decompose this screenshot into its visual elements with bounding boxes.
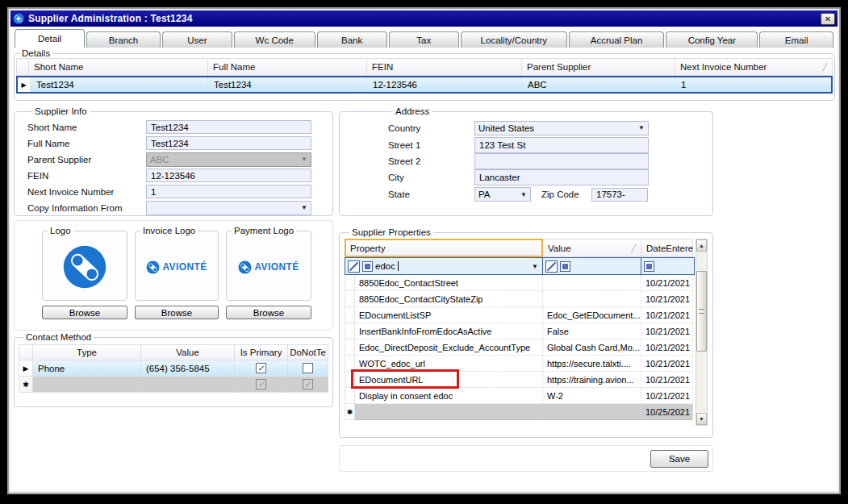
cell-value[interactable]: False: [543, 323, 641, 339]
cell-property[interactable]: EDocumentListSP: [355, 307, 543, 323]
cell-property[interactable]: Display in consent edoc: [355, 388, 543, 404]
cell-date-entered-new[interactable]: 10/25/2021: [641, 404, 693, 420]
zip-code-field[interactable]: 17573-: [591, 188, 648, 202]
properties-col-property[interactable]: Property: [345, 239, 543, 257]
cell-property[interactable]: 8850Edoc_ContactCityStateZip: [355, 291, 543, 307]
tab-branch[interactable]: Branch: [86, 31, 161, 48]
save-button[interactable]: Save: [650, 450, 708, 468]
cell-short-name[interactable]: Test1234: [31, 77, 208, 92]
city-field[interactable]: Lancaster: [474, 169, 649, 185]
do-not-text-checkbox[interactable]: [303, 363, 313, 373]
cell-value[interactable]: W-2: [543, 388, 641, 404]
property-row-edocumenturl[interactable]: EDocumentURL https://training.avion... 1…: [345, 372, 695, 388]
cell-contact-type[interactable]: Phone: [33, 360, 141, 377]
scroll-down-button[interactable]: ▼: [696, 413, 707, 425]
contact-col-value[interactable]: Value: [141, 344, 235, 360]
cell-contact-value[interactable]: (654) 356-5845: [141, 360, 235, 377]
state-dropdown[interactable]: PA▼: [474, 187, 531, 202]
tab-config-year[interactable]: Config Year: [666, 31, 758, 48]
properties-col-value[interactable]: Value╱: [543, 239, 641, 257]
street1-field[interactable]: 123 Test St: [474, 137, 649, 153]
scrollbar-thumb[interactable]: [696, 271, 707, 352]
browse-invoice-logo-button[interactable]: Browse: [135, 306, 219, 319]
cell-date-entered[interactable]: 10/21/2021: [641, 356, 693, 372]
cell-date-entered[interactable]: 10/21/2021: [641, 372, 693, 388]
cell-next-invoice-number[interactable]: 1: [675, 77, 831, 92]
browse-logo-button[interactable]: Browse: [42, 306, 127, 319]
property-row[interactable]: 8850Edoc_ContactCityStateZip 10/21/2021: [345, 291, 695, 307]
cell-date-entered[interactable]: 10/21/2021: [641, 275, 693, 291]
do-not-text-checkbox-new[interactable]: ✓: [303, 379, 313, 389]
details-col-fein[interactable]: FEIN: [367, 58, 522, 76]
tab-locality-country[interactable]: Locality/Country: [461, 31, 567, 48]
cell-property[interactable]: InsertBankInfoFromEdocAsActive: [355, 323, 543, 339]
value-filter-cell[interactable]: [543, 258, 641, 274]
cell-full-name[interactable]: Test1234: [208, 77, 367, 92]
cell-contact-value-new[interactable]: [141, 377, 235, 393]
tab-accrual-plan[interactable]: Accrual Plan: [569, 31, 665, 48]
scroll-up-button[interactable]: ▲: [696, 240, 707, 252]
date-filter-cell[interactable]: [641, 258, 692, 274]
country-dropdown[interactable]: United States▼: [474, 121, 649, 135]
filter-condition-icon[interactable]: [644, 261, 654, 272]
cell-value[interactable]: [543, 275, 641, 291]
tab-detail[interactable]: Detail: [15, 29, 85, 48]
next-invoice-number-field[interactable]: 1: [146, 185, 311, 198]
tab-email[interactable]: Email: [759, 31, 833, 48]
cell-value[interactable]: https://training.avion...: [543, 372, 641, 388]
tab-tax[interactable]: Tax: [389, 31, 459, 48]
cell-value[interactable]: Global Cash Card,Mo...: [543, 339, 641, 356]
contact-col-type[interactable]: Type: [33, 344, 141, 360]
tab-user[interactable]: User: [162, 31, 232, 48]
property-row[interactable]: Edoc_DirectDeposit_Exclude_AccountType G…: [345, 339, 695, 356]
tab-bank[interactable]: Bank: [317, 31, 387, 48]
browse-payment-logo-button[interactable]: Browse: [226, 306, 311, 319]
is-primary-checkbox[interactable]: ✓: [256, 363, 266, 373]
copy-information-from-dropdown[interactable]: ▼: [146, 201, 311, 215]
vertical-scrollbar[interactable]: ▲ ▼: [696, 239, 708, 426]
cell-parent-supplier[interactable]: ABC: [522, 77, 675, 92]
property-row[interactable]: 8850Edoc_ContactStreet 10/21/2021: [345, 275, 695, 291]
street2-field[interactable]: [474, 153, 649, 169]
property-row[interactable]: InsertBankInfoFromEdocAsActive False 10/…: [345, 323, 695, 339]
cell-property[interactable]: 8850Edoc_ContactStreet: [355, 275, 543, 291]
property-filter-input[interactable]: edoc: [375, 261, 395, 271]
details-row-selected[interactable]: ▶ Test1234 Test1234 12-123546 ABC 1: [16, 76, 833, 94]
fein-field[interactable]: 12-123546: [146, 169, 311, 182]
property-filter-cell[interactable]: edoc ▼: [345, 258, 543, 274]
cell-value[interactable]: https://secure.talxti....: [543, 356, 641, 372]
short-name-field[interactable]: Test1234: [146, 120, 311, 134]
cell-date-entered[interactable]: 10/21/2021: [641, 307, 693, 323]
cell-date-entered[interactable]: 10/21/2021: [641, 323, 693, 339]
details-col-next-invoice-number[interactable]: Next Invoice Number╱: [675, 58, 833, 76]
tab-wc-code[interactable]: Wc Code: [234, 31, 315, 48]
cell-date-entered[interactable]: 10/21/2021: [641, 291, 693, 307]
clear-filter-icon[interactable]: [348, 260, 360, 273]
clear-filter-icon[interactable]: [545, 260, 558, 273]
details-col-parent-supplier[interactable]: Parent Supplier: [522, 58, 675, 76]
property-row[interactable]: WOTC_edoc_url https://secure.talxti.... …: [345, 356, 695, 372]
details-col-full-name[interactable]: Full Name: [208, 58, 367, 76]
cell-value[interactable]: Edoc_GetEDocument...: [543, 307, 641, 323]
property-row[interactable]: Display in consent edoc W-2 10/21/2021: [345, 388, 695, 404]
cell-value[interactable]: [543, 291, 641, 307]
properties-col-date-entered[interactable]: DateEntere: [641, 239, 693, 257]
filter-condition-icon[interactable]: [362, 261, 373, 272]
close-button[interactable]: ✕: [821, 13, 835, 25]
cell-date-entered[interactable]: 10/21/2021: [641, 339, 693, 356]
chevron-down-icon[interactable]: ▼: [532, 263, 540, 270]
cell-property[interactable]: EDocumentURL: [355, 372, 543, 388]
cell-fein[interactable]: 12-123546: [367, 77, 522, 92]
property-new-row[interactable]: ✱ 10/25/2021: [345, 404, 695, 420]
full-name-field[interactable]: Test1234: [146, 136, 311, 150]
cell-date-entered[interactable]: 10/21/2021: [641, 388, 693, 404]
cell-property[interactable]: Edoc_DirectDeposit_Exclude_AccountType: [355, 339, 543, 356]
contact-col-is-primary[interactable]: Is Primary: [235, 344, 288, 360]
property-row[interactable]: EDocumentListSP Edoc_GetEDocument... 10/…: [345, 307, 695, 323]
contact-new-row[interactable]: ✱ ✓ ✓: [19, 377, 328, 393]
contact-row[interactable]: ▶ Phone (654) 356-5845 ✓: [19, 360, 328, 377]
is-primary-checkbox-new[interactable]: ✓: [256, 379, 266, 389]
details-col-short-name[interactable]: Short Name: [29, 58, 208, 76]
cell-property-new[interactable]: [355, 404, 543, 420]
cell-value-new[interactable]: [543, 404, 641, 420]
